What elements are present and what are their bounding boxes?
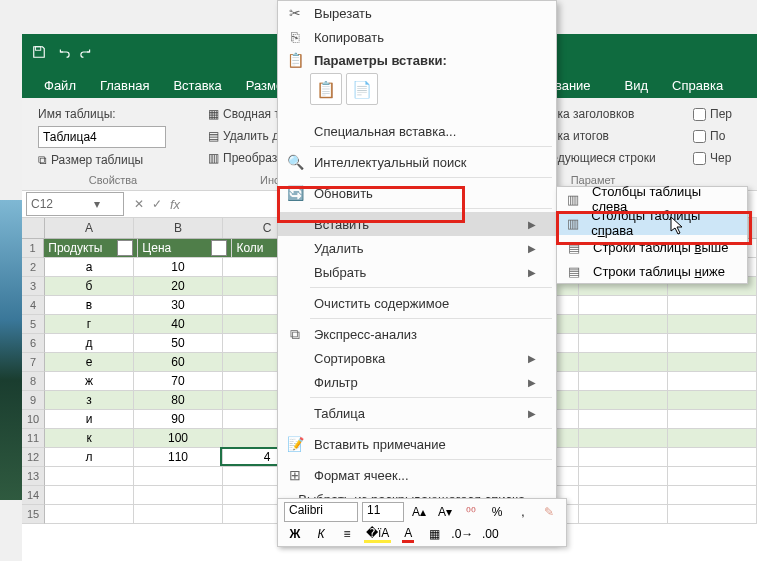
menu-comment[interactable]: 📝Вставить примечание <box>278 432 556 456</box>
cell[interactable]: в <box>45 296 134 315</box>
cell[interactable] <box>668 410 757 429</box>
menu-smart[interactable]: 🔍Интеллектуальный поиск <box>278 150 556 174</box>
row-header[interactable]: 2 <box>22 258 45 277</box>
row-header[interactable]: 12 <box>22 448 45 467</box>
menu-filter[interactable]: Фильтр▶ <box>278 370 556 394</box>
increase-decimal-icon[interactable]: .00 <box>479 525 501 543</box>
cell[interactable]: г <box>45 315 134 334</box>
cell[interactable]: ж <box>45 372 134 391</box>
undo-button[interactable] <box>54 43 72 61</box>
cell[interactable] <box>579 353 668 372</box>
font-size-select[interactable]: 11 <box>362 502 404 522</box>
row-header[interactable]: 10 <box>22 410 45 429</box>
tab-Справка[interactable]: Справка <box>660 73 735 98</box>
percent-format-icon[interactable]: % <box>486 503 508 521</box>
cell[interactable]: е <box>45 353 134 372</box>
cell[interactable] <box>668 467 757 486</box>
cell[interactable]: з <box>45 391 134 410</box>
cell[interactable] <box>668 391 757 410</box>
cell[interactable]: 60 <box>134 353 223 372</box>
tab-Вид[interactable]: Вид <box>613 73 661 98</box>
cell[interactable] <box>134 486 223 505</box>
cell[interactable]: 70 <box>134 372 223 391</box>
cell[interactable]: 110 <box>134 448 223 467</box>
row-header[interactable]: 11 <box>22 429 45 448</box>
cell[interactable] <box>668 429 757 448</box>
menu-format[interactable]: ⊞Формат ячеек... <box>278 463 556 487</box>
italic-button[interactable]: К <box>310 525 332 543</box>
comma-format-icon[interactable]: , <box>512 503 534 521</box>
cell[interactable] <box>668 353 757 372</box>
tab-Вставка[interactable]: Вставка <box>161 73 233 98</box>
cell[interactable]: и <box>45 410 134 429</box>
paste-values-icon[interactable]: 📄 <box>346 73 378 105</box>
submenu-rowsBelow[interactable]: ▤Строки таблицы ниже <box>557 259 747 283</box>
row-header[interactable]: 4 <box>22 296 45 315</box>
accounting-format-icon[interactable]: ⁰⁰ <box>460 503 482 521</box>
row-header[interactable]: 3 <box>22 277 45 296</box>
menu-refresh[interactable]: 🔄Обновить <box>278 181 556 205</box>
cell[interactable]: 50 <box>134 334 223 353</box>
row-header[interactable]: 1 <box>22 239 44 258</box>
bold-button[interactable]: Ж <box>284 525 306 543</box>
chk-banded-cols[interactable]: Чер <box>693 148 741 168</box>
menu-table[interactable]: Таблица▶ <box>278 401 556 425</box>
row-header[interactable]: 9 <box>22 391 45 410</box>
chk-last-col[interactable]: По <box>693 126 741 146</box>
menu-special[interactable]: Специальная вставка... <box>278 119 556 143</box>
submenu-colsRight[interactable]: ▥Столбцы таблицы справа <box>557 211 747 235</box>
paste-icon[interactable]: 📋 <box>310 73 342 105</box>
col-header-A[interactable]: A <box>45 218 134 238</box>
menu-clear[interactable]: Очистить содержимое <box>278 291 556 315</box>
cell[interactable] <box>579 315 668 334</box>
cell[interactable] <box>45 467 134 486</box>
cell[interactable] <box>579 391 668 410</box>
cell[interactable]: 90 <box>134 410 223 429</box>
cell[interactable] <box>668 505 757 524</box>
cell[interactable] <box>668 372 757 391</box>
row-header[interactable]: 7 <box>22 353 45 372</box>
fx-icon[interactable]: fх <box>170 197 180 212</box>
cell[interactable]: к <box>45 429 134 448</box>
cell[interactable] <box>45 486 134 505</box>
cell[interactable] <box>134 467 223 486</box>
tab-Главная[interactable]: Главная <box>88 73 161 98</box>
cell[interactable] <box>579 334 668 353</box>
font-color-icon[interactable]: A <box>397 525 419 543</box>
decrease-decimal-icon[interactable]: .0→ <box>449 525 475 543</box>
cell[interactable] <box>579 486 668 505</box>
cell[interactable] <box>579 372 668 391</box>
cell[interactable] <box>579 505 668 524</box>
border-icon[interactable]: ▦ <box>423 525 445 543</box>
shrink-font-icon[interactable]: A▾ <box>434 503 456 521</box>
row-header[interactable]: 5 <box>22 315 45 334</box>
cell[interactable] <box>668 486 757 505</box>
menu-copy[interactable]: ⎘Копировать <box>278 25 556 49</box>
font-select[interactable]: Calibri <box>284 502 358 522</box>
format-painter-icon[interactable]: ✎ <box>538 503 560 521</box>
table-name-input[interactable] <box>38 126 166 148</box>
cell[interactable] <box>668 315 757 334</box>
menu-sort[interactable]: Сортировка▶ <box>278 346 556 370</box>
redo-button[interactable] <box>78 43 96 61</box>
cell[interactable] <box>579 467 668 486</box>
tab-Файл[interactable]: Файл <box>32 73 88 98</box>
cell[interactable]: 100 <box>134 429 223 448</box>
filter-dropdown-icon[interactable]: ▾ <box>117 240 133 256</box>
save-button[interactable] <box>30 43 48 61</box>
row-header[interactable]: 8 <box>22 372 45 391</box>
cell[interactable]: а <box>45 258 134 277</box>
filter-dropdown-icon[interactable]: ▾ <box>211 240 227 256</box>
cell[interactable]: 10 <box>134 258 223 277</box>
name-box[interactable]: C12▾ <box>26 192 124 216</box>
chevron-down-icon[interactable]: ▾ <box>75 197 119 211</box>
cell[interactable]: б <box>45 277 134 296</box>
enter-formula-icon[interactable]: ✓ <box>152 197 162 211</box>
cell[interactable]: 30 <box>134 296 223 315</box>
cell[interactable] <box>45 505 134 524</box>
row-header[interactable]: 15 <box>22 505 45 524</box>
grow-font-icon[interactable]: A▴ <box>408 503 430 521</box>
cell[interactable]: д <box>45 334 134 353</box>
cell[interactable]: 40 <box>134 315 223 334</box>
cell[interactable]: 80 <box>134 391 223 410</box>
